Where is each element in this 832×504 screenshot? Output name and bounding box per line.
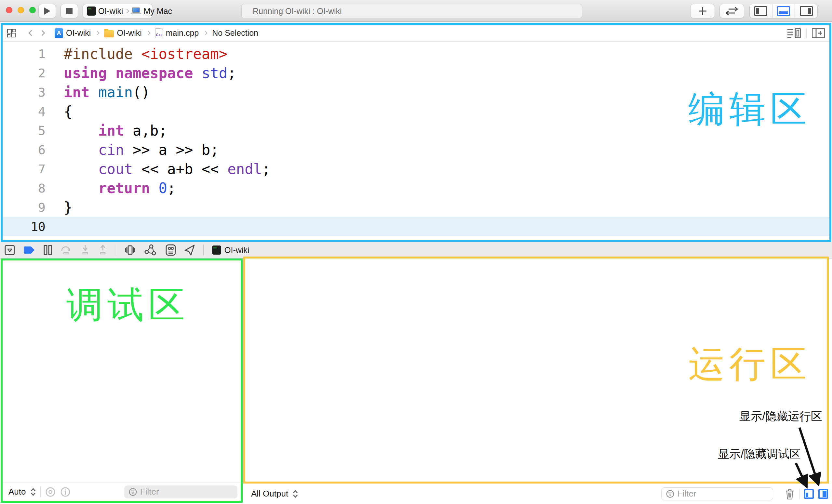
line-number: 10 [3,219,46,234]
line-number: 4 [3,104,46,119]
divider [799,489,800,499]
step-over-icon[interactable] [60,245,72,255]
info-icon[interactable] [60,487,71,497]
go-back-icon[interactable] [28,30,34,36]
toggle-navigator-button[interactable] [750,4,772,18]
code-line[interactable]: 7 cout << a+b << endl; [3,159,829,179]
code-text: #include <iostream> [46,46,227,62]
stop-button[interactable] [60,4,78,18]
toggle-variables-view-button[interactable] [804,489,814,499]
run-zone-label: 运行区 [688,340,811,389]
code-text: using namespace std; [46,65,236,81]
code-text: { [46,103,73,120]
terminal-app-icon [212,245,221,255]
toggle-console-view-button[interactable] [818,489,828,499]
editor-mode-button[interactable] [720,4,744,18]
code-line[interactable]: 10 [3,217,829,236]
console-view: 运行区 显示/隐藏运行区 显示/隐藏调试区 [243,257,829,483]
line-number: 2 [3,66,46,80]
chevron-right-icon [96,31,100,35]
divider [806,28,807,38]
step-out-icon[interactable] [98,245,107,255]
code-text: int a,b; [46,122,167,139]
right-panel-icon [800,6,813,16]
debug-process-item[interactable]: OI-wiki [212,245,249,255]
line-number: 5 [3,124,46,138]
memory-graph-icon[interactable] [144,244,157,256]
code-text: int main() [46,84,150,101]
step-into-icon[interactable] [81,245,90,255]
scheme-selector[interactable]: OI-wiki My Mac [83,4,153,18]
chevron-right-icon [146,31,151,35]
line-number: 9 [3,200,46,215]
source-editor[interactable]: 1#include <iostream>2using namespace std… [3,42,829,236]
breadcrumb-selection-label: No Selection [212,28,258,38]
stepper-chevrons-icon[interactable] [31,488,36,496]
xcode-window: OI-wiki My Mac Running OI-wiki : OI-wiki [0,0,832,504]
line-number: 8 [3,181,46,195]
console-filter-field[interactable] [661,487,773,500]
code-lines: 1#include <iostream>2using namespace std… [3,44,829,236]
console-toolbar: All Output [243,483,832,504]
laptop-icon [131,7,141,15]
adjust-editor-options-icon[interactable] [787,28,801,38]
debug-bar: OI-wiki [0,242,832,259]
chevron-right-icon [125,9,129,13]
stop-icon [66,8,73,14]
left-panel-icon [754,6,767,16]
pause-icon[interactable] [44,245,52,255]
terminal-app-icon [87,6,96,16]
simulate-location-icon[interactable] [184,244,195,256]
console-filter-input[interactable] [677,489,768,499]
trash-icon[interactable] [785,488,795,500]
breadcrumb-folder[interactable]: OI-wiki [104,28,141,38]
breadcrumb-project[interactable]: OI-wiki [55,28,91,38]
go-forward-icon[interactable] [39,30,45,36]
related-items-icon[interactable] [7,29,16,37]
window-toolbar: OI-wiki My Mac Running OI-wiki : OI-wiki [0,0,832,22]
code-line[interactable]: 1#include <iostream> [3,44,829,63]
breadcrumb-selection[interactable]: No Selection [212,28,258,38]
filter-icon [129,487,137,497]
activity-viewer: Running OI-wiki : OI-wiki [241,4,582,18]
environment-overrides-icon[interactable] [165,244,176,256]
close-window-button[interactable] [6,7,12,13]
play-icon [44,7,51,15]
library-add-button[interactable] [690,4,715,18]
code-line[interactable]: 6 cin >> a >> b; [3,140,829,159]
cpp-file-icon [155,28,163,38]
hide-debug-area-icon[interactable] [4,245,15,255]
filter-icon [666,489,674,499]
output-mode-selector[interactable]: All Output [251,489,288,499]
code-text: cout << a+b << endl; [46,161,270,177]
stepper-chevrons-icon[interactable] [293,490,298,498]
view-hierarchy-icon[interactable] [125,244,136,256]
minimize-window-button[interactable] [18,7,24,13]
variables-filter-field[interactable] [124,485,237,499]
quick-look-icon[interactable] [45,487,56,497]
code-line[interactable]: 2using namespace std; [3,63,829,83]
code-text: cin >> a >> b; [46,141,219,158]
variables-view-toolbar: Auto [3,482,241,501]
code-line[interactable]: 8 return 0; [3,179,829,198]
panel-toggle-group [749,4,818,18]
code-line[interactable]: 9} [3,198,829,217]
bottom-panel-icon [777,6,790,16]
line-number: 7 [3,162,46,176]
run-button[interactable] [38,4,56,18]
breadcrumb-file-label: main.cpp [166,28,199,38]
editor-zone-label: 编辑区 [688,85,811,134]
toggle-inspector-button[interactable] [795,4,817,18]
add-editor-icon[interactable] [812,28,825,38]
scope-selector[interactable]: Auto [8,487,26,497]
toggle-debug-area-button[interactable] [772,4,795,18]
project-file-icon [55,28,63,38]
plus-icon [698,6,707,16]
breadcrumb-file[interactable]: main.cpp [155,28,199,38]
divider [203,244,204,256]
variables-filter-input[interactable] [140,487,233,497]
line-number: 3 [3,85,46,100]
breakpoints-toggle-icon[interactable] [23,246,35,254]
folder-icon [104,30,114,37]
zoom-window-button[interactable] [29,7,36,13]
